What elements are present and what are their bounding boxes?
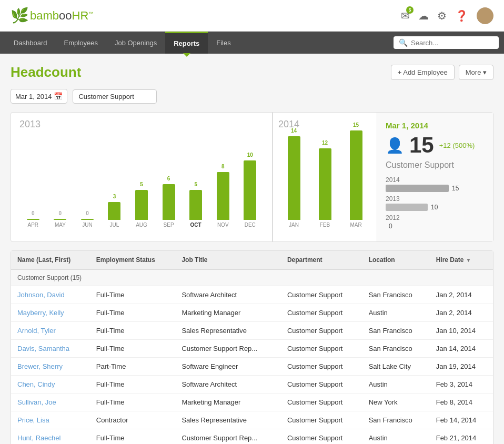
table-row: Mayberry, Kelly Full-Time Marketing Mana…: [11, 304, 493, 322]
panel-change: +12 (500%): [439, 142, 475, 149]
nav-job-openings[interactable]: Job Openings: [106, 32, 165, 54]
bar-col: 3JUL: [101, 194, 128, 228]
employee-link[interactable]: Sullivan, Joe: [17, 398, 56, 406]
cloud-icon[interactable]: ☁: [418, 9, 429, 22]
bar-col: 0APR: [19, 210, 47, 228]
employee-table: Name (Last, First) Employment Status Job…: [11, 251, 493, 444]
settings-icon[interactable]: ⚙: [437, 9, 447, 22]
col-location: Location: [362, 251, 430, 269]
year-2013-label: 2013: [19, 119, 264, 130]
bar-col: 8NOV: [209, 164, 237, 228]
main-content: Headcount + Add Employee More ▾ Mar 1, 2…: [0, 54, 504, 444]
logo-leaf: 🌿: [11, 8, 29, 23]
employee-link[interactable]: Price, Lisa: [17, 416, 49, 424]
bar-col: 0JUN: [74, 210, 101, 228]
employee-link[interactable]: Davis, Samantha: [17, 345, 69, 352]
chart-2014: 2014 14JAN12FEB15MAR: [272, 113, 377, 241]
employee-link[interactable]: Chen, Cindy: [17, 380, 55, 388]
chart-panel: Mar 1, 2014 👤 15 +12 (500%) Customer Sup…: [377, 113, 493, 241]
table-row: Davis, Samantha Full-Time Customer Suppo…: [11, 340, 493, 358]
calendar-icon: 📅: [54, 92, 63, 100]
table-row: Brewer, Sherry Part-Time Software Engine…: [11, 358, 493, 376]
bar-col: 6SEP: [155, 176, 183, 228]
table-row: Johnson, David Full-Time Software Archit…: [11, 286, 493, 304]
notifications-icon[interactable]: ✉ 5: [401, 9, 410, 22]
search-box: 🔍: [394, 36, 499, 49]
bar-col: 12FEB: [309, 140, 340, 228]
chart-section: 2013 0APR0MAY0JUN3JUL5AUG6SEP5OCT8NOV10D…: [11, 112, 493, 242]
department-filter[interactable]: Customer Support: [73, 89, 157, 104]
employee-link[interactable]: Johnson, David: [17, 291, 65, 299]
table-row: Arnold, Tyler Full-Time Sales Representa…: [11, 322, 493, 340]
page-title: Headcount: [11, 64, 391, 80]
more-button[interactable]: More ▾: [459, 65, 493, 80]
filter-row: Mar 1, 2014 📅 Customer Support: [11, 89, 493, 104]
col-title: Job Title: [175, 251, 281, 269]
bar-col: 0MAY: [47, 210, 74, 228]
bar-col: 10DEC: [237, 152, 264, 228]
bar-col: 14JAN: [278, 128, 309, 228]
logo: 🌿 bambooHR™: [11, 8, 93, 23]
sort-arrow: ▼: [466, 257, 471, 263]
avatar[interactable]: [477, 7, 493, 24]
col-dept: Department: [281, 251, 362, 269]
table-row: Sullivan, Joe Full-Time Marketing Manage…: [11, 393, 493, 411]
page-header: Headcount + Add Employee More ▾: [11, 64, 493, 80]
col-name: Name (Last, First): [11, 251, 90, 269]
nav-files[interactable]: Files: [208, 32, 239, 54]
date-filter[interactable]: Mar 1, 2014 📅: [11, 89, 67, 104]
header-icons: ✉ 5 ☁ ⚙ ❓: [401, 7, 493, 24]
person-icon: 👤: [386, 137, 404, 154]
panel-bar-2013: [386, 204, 428, 211]
nav-bar: Dashboard Employees Job Openings Reports…: [0, 32, 504, 54]
employee-link[interactable]: Arnold, Tyler: [17, 327, 56, 335]
table-row: Price, Lisa Contractor Sales Representat…: [11, 411, 493, 429]
panel-bar-2014: [386, 185, 449, 192]
panel-count-row: 👤 15 +12 (500%): [386, 134, 485, 156]
nav-employees[interactable]: Employees: [56, 32, 106, 54]
panel-count: 15: [409, 134, 434, 156]
bar-col: 5AUG: [128, 181, 155, 228]
employee-link[interactable]: Mayberry, Kelly: [17, 309, 64, 317]
bar-col: 15MAR: [340, 122, 371, 228]
notification-badge: 5: [406, 6, 414, 14]
date-value: Mar 1, 2014: [15, 93, 52, 100]
top-header: 🌿 bambooHR™ ✉ 5 ☁ ⚙ ❓: [0, 0, 504, 32]
panel-department: Customer Support: [386, 160, 485, 170]
employee-link[interactable]: Hunt, Raechel: [17, 434, 61, 442]
bar-col: 5OCT: [182, 181, 209, 228]
nav-search: 🔍: [394, 32, 499, 54]
panel-date: Mar 1, 2014: [386, 121, 485, 130]
group-row: Customer Support (15): [11, 269, 493, 286]
help-icon[interactable]: ❓: [455, 9, 468, 22]
bars-2013: 0APR0MAY0JUN3JUL5AUG6SEP5OCT8NOV10DEC: [19, 133, 264, 228]
chart-2013: 2013 0APR0MAY0JUN3JUL5AUG6SEP5OCT8NOV10D…: [11, 113, 272, 241]
panel-year-2013: 2013 10: [386, 195, 485, 211]
search-input[interactable]: [411, 39, 493, 47]
col-status: Employment Status: [90, 251, 176, 269]
nav-reports[interactable]: Reports: [165, 32, 208, 54]
add-employee-button[interactable]: + Add Employee: [391, 65, 455, 80]
table-body: Customer Support (15) Johnson, David Ful…: [11, 269, 493, 444]
bars-2014: 14JAN12FEB15MAR: [278, 133, 371, 228]
col-hire-date[interactable]: Hire Date ▼: [430, 251, 493, 269]
table-header: Name (Last, First) Employment Status Job…: [11, 251, 493, 269]
panel-year-2014: 2014 15: [386, 176, 485, 192]
employee-link[interactable]: Brewer, Sherry: [17, 362, 63, 370]
logo-text: bambooHR™: [30, 9, 93, 23]
search-icon: 🔍: [399, 38, 408, 47]
nav-dashboard[interactable]: Dashboard: [5, 32, 56, 54]
panel-year-2012: 2012 0: [386, 214, 485, 230]
table-row: Hunt, Raechel Full-Time Customer Support…: [11, 429, 493, 445]
table-row: Chen, Cindy Full-Time Software Architect…: [11, 376, 493, 393]
table-section: Name (Last, First) Employment Status Job…: [11, 250, 493, 444]
